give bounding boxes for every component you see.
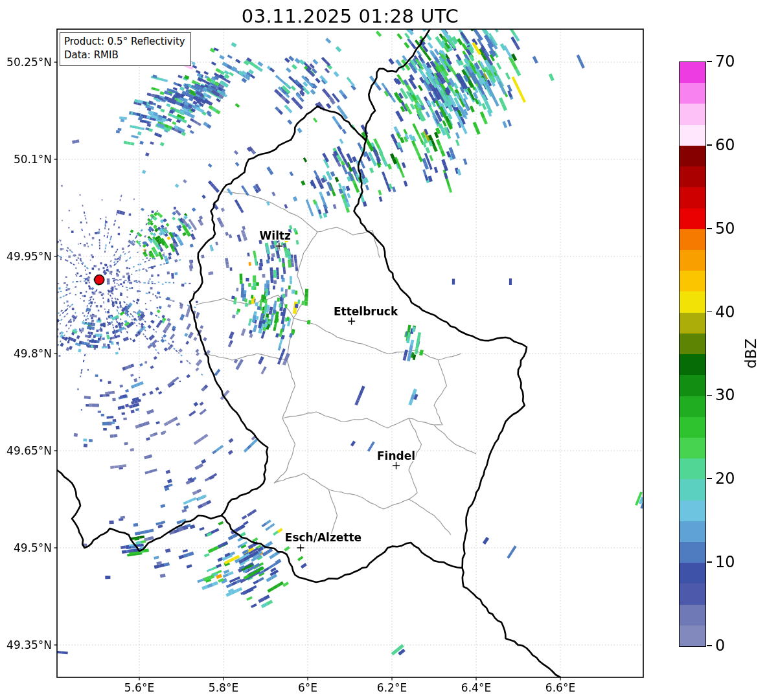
colorbar-segment <box>680 563 705 583</box>
colorbar-tick-value: 40 <box>715 303 735 321</box>
y-tick-label: 49.35°N <box>1 638 52 651</box>
y-tick-label: 49.95°N <box>1 250 52 263</box>
colorbar-segment <box>680 501 705 521</box>
colorbar-segment <box>680 458 705 479</box>
x-tick-label: 6.4°E <box>461 681 491 694</box>
product-legend-box: Product: 0.5° Reflectivity Data: RMIB <box>60 32 191 66</box>
colorbar-segment <box>680 313 705 333</box>
colorbar-segment <box>680 146 705 166</box>
x-tick-label: 5.6°E <box>124 681 154 694</box>
colorbar-segment <box>680 250 705 271</box>
x-tick-label: 6°E <box>298 681 317 694</box>
radar-map-canvas <box>0 0 767 700</box>
colorbar-segment <box>680 104 705 124</box>
colorbar-segment <box>680 229 705 250</box>
colorbar-segment <box>680 479 705 500</box>
city-label: Esch/Alzette <box>285 531 361 544</box>
city-label: Findel <box>377 449 415 462</box>
colorbar-segment <box>680 271 705 291</box>
colorbar-segment <box>680 605 705 626</box>
colorbar-tick <box>707 478 712 479</box>
colorbar-tick <box>707 311 712 313</box>
city-label: Ettelbruck <box>334 305 398 318</box>
colorbar-tick <box>707 144 712 146</box>
reflectivity-colorbar <box>679 62 706 647</box>
product-line: Product: 0.5° Reflectivity <box>64 35 185 49</box>
x-tick-label: 5.8°E <box>209 681 238 694</box>
colorbar-segment <box>680 375 705 396</box>
colorbar-segment <box>680 209 705 229</box>
colorbar-tick <box>707 61 712 62</box>
colorbar-segment <box>680 583 705 604</box>
y-tick-label: 50.1°N <box>1 153 52 166</box>
colorbar-segment <box>680 542 705 563</box>
x-tick-label: 6.6°E <box>545 681 575 694</box>
colorbar-segment <box>680 291 705 312</box>
colorbar-segment <box>680 438 705 458</box>
colorbar-segment <box>680 62 705 83</box>
page-title: 03.11.2025 01:28 UTC <box>57 5 643 27</box>
colorbar-segment <box>680 417 705 438</box>
colorbar-segment <box>680 83 705 104</box>
colorbar-tick-value: 30 <box>715 386 735 404</box>
colorbar-segment <box>680 354 705 375</box>
colorbar-tick <box>707 228 712 229</box>
y-tick-label: 49.8°N <box>1 347 52 360</box>
colorbar-tick-value: 20 <box>715 469 735 488</box>
colorbar-tick <box>707 561 712 563</box>
colorbar-axis-label: dBZ <box>742 339 759 368</box>
colorbar-segment <box>680 125 705 146</box>
colorbar-segment <box>680 626 705 646</box>
colorbar-segment <box>680 396 705 417</box>
y-tick-label: 49.65°N <box>1 444 52 457</box>
colorbar-segment <box>680 166 705 187</box>
colorbar-segment <box>680 521 705 542</box>
colorbar-tick <box>707 395 712 396</box>
y-tick-label: 50.25°N <box>1 56 52 69</box>
colorbar-tick-value: 50 <box>715 220 735 238</box>
colorbar-tick-value: 70 <box>715 52 735 71</box>
colorbar-segment <box>680 333 705 354</box>
city-label: Wiltz <box>260 229 291 242</box>
x-tick-label: 6.2°E <box>377 681 407 694</box>
colorbar-tick-value: 10 <box>715 553 735 571</box>
colorbar-segment <box>680 187 705 208</box>
colorbar-tick-value: 60 <box>715 136 735 154</box>
colorbar-tick-value: 0 <box>715 637 725 655</box>
colorbar-tick <box>707 645 712 646</box>
data-source-line: Data: RMIB <box>64 49 185 62</box>
y-tick-label: 49.5°N <box>1 541 52 554</box>
